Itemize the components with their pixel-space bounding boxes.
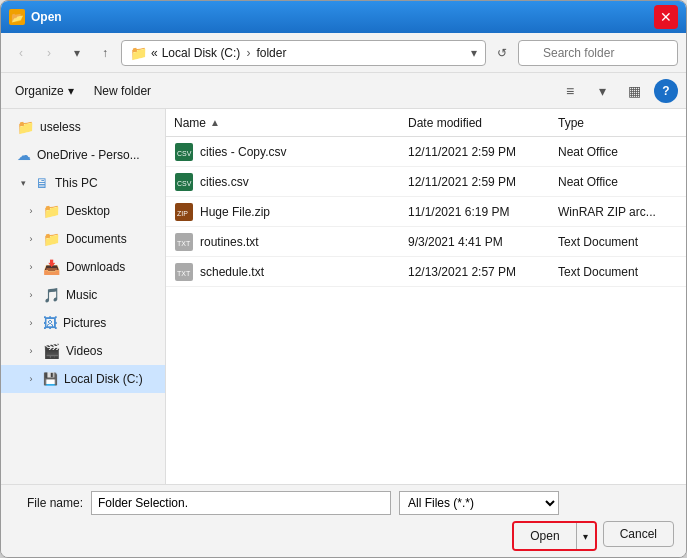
file-type-txt1: Text Document <box>558 235 678 249</box>
cancel-button[interactable]: Cancel <box>603 521 674 547</box>
path-part-1: « <box>151 46 158 60</box>
filename-input[interactable] <box>91 491 391 515</box>
file-date-txt1: 9/3/2021 4:41 PM <box>408 235 558 249</box>
sidebar-item-onedrive[interactable]: ☁ OneDrive - Perso... <box>1 141 165 169</box>
sidebar-label-pictures: Pictures <box>63 316 106 330</box>
new-folder-button[interactable]: New folder <box>88 79 157 103</box>
localdisk-drive-icon: 💾 <box>43 372 58 386</box>
file-type-csv2: Neat Office <box>558 175 678 189</box>
action-row: Open ▾ Cancel <box>13 521 674 551</box>
table-row[interactable]: CSV cities - Copy.csv 12/11/2021 2:59 PM… <box>166 137 686 167</box>
search-input[interactable] <box>518 40 678 66</box>
sidebar-item-useless[interactable]: 📁 useless <box>1 113 165 141</box>
sidebar-item-videos[interactable]: › 🎬 Videos <box>1 337 165 365</box>
organize-label: Organize <box>15 84 64 98</box>
sort-arrow: ▲ <box>210 117 220 128</box>
file-name-txt2: schedule.txt <box>200 265 408 279</box>
expand-thispc-icon: ▾ <box>17 177 29 189</box>
forward-button[interactable]: › <box>37 41 61 65</box>
desktop-folder-icon: 📁 <box>43 203 60 219</box>
file-list: Name ▲ Date modified Type CSV cities - C… <box>166 109 686 484</box>
path-folder-icon: 📁 <box>130 45 147 61</box>
sidebar-item-music[interactable]: › 🎵 Music <box>1 281 165 309</box>
sidebar-item-thispc[interactable]: ▾ 🖥 This PC <box>1 169 165 197</box>
refresh-button[interactable]: ↺ <box>490 41 514 65</box>
up-button[interactable]: ↑ <box>93 41 117 65</box>
sidebar-item-documents[interactable]: › 📁 Documents <box>1 225 165 253</box>
table-row[interactable]: TXT routines.txt 9/3/2021 4:41 PM Text D… <box>166 227 686 257</box>
file-date-csv1: 12/11/2021 2:59 PM <box>408 145 558 159</box>
music-folder-icon: 🎵 <box>43 287 60 303</box>
expand-downloads-icon: › <box>25 261 37 273</box>
file-list-header: Name ▲ Date modified Type <box>166 109 686 137</box>
sidebar-label-localdisk: Local Disk (C:) <box>64 372 143 386</box>
file-date-txt2: 12/13/2021 2:57 PM <box>408 265 558 279</box>
file-icon-txt1: TXT <box>174 232 194 252</box>
open-button[interactable]: Open <box>514 523 576 549</box>
svg-text:CSV: CSV <box>177 180 192 187</box>
column-date[interactable]: Date modified <box>408 116 558 130</box>
open-dialog: 📂 Open ✕ ‹ › ▾ ↑ 📁 « cities - Copy.csv L… <box>0 0 687 558</box>
sidebar-item-desktop[interactable]: › 📁 Desktop <box>1 197 165 225</box>
sidebar-label-desktop: Desktop <box>66 204 110 218</box>
view-list-button[interactable]: ≡ <box>558 79 582 103</box>
file-type-txt2: Text Document <box>558 265 678 279</box>
address-path[interactable]: 📁 « cities - Copy.csv Local Disk (C:) › … <box>121 40 486 66</box>
cloud-icon: ☁ <box>17 147 31 163</box>
file-icon-csv1: CSV <box>174 142 194 162</box>
table-row[interactable]: ZIP Huge File.zip 11/1/2021 6:19 PM WinR… <box>166 197 686 227</box>
sidebar-item-downloads[interactable]: › 📥 Downloads <box>1 253 165 281</box>
open-dropdown-button[interactable]: ▾ <box>577 523 595 549</box>
toolbar: Organize ▾ New folder ≡ ▾ ▦ ? <box>1 73 686 109</box>
bottom-bar: File name: All Files (*.*) Open ▾ Cancel <box>1 484 686 557</box>
recent-button[interactable]: ▾ <box>65 41 89 65</box>
sidebar-item-pictures[interactable]: › 🖼 Pictures <box>1 309 165 337</box>
expand-documents-icon: › <box>25 233 37 245</box>
svg-text:ZIP: ZIP <box>177 210 188 217</box>
file-name-zip: Huge File.zip <box>200 205 408 219</box>
sidebar-label-documents: Documents <box>66 232 127 246</box>
svg-text:CSV: CSV <box>177 150 192 157</box>
documents-folder-icon: 📁 <box>43 231 60 247</box>
expand-desktop-icon: › <box>25 205 37 217</box>
folder-icon: 📁 <box>17 119 34 135</box>
column-type[interactable]: Type <box>558 116 678 130</box>
table-row[interactable]: CSV cities.csv 12/11/2021 2:59 PM Neat O… <box>166 167 686 197</box>
organize-button[interactable]: Organize ▾ <box>9 79 80 103</box>
table-row[interactable]: TXT schedule.txt 12/13/2021 2:57 PM Text… <box>166 257 686 287</box>
title-bar: 📂 Open ✕ <box>1 1 686 33</box>
file-date-zip: 11/1/2021 6:19 PM <box>408 205 558 219</box>
view-dropdown-button[interactable]: ▾ <box>590 79 614 103</box>
sidebar-label-onedrive: OneDrive - Perso... <box>37 148 140 162</box>
filetype-select[interactable]: All Files (*.*) <box>399 491 559 515</box>
expand-music-icon: › <box>25 289 37 301</box>
new-folder-label: New folder <box>94 84 151 98</box>
filename-row: File name: All Files (*.*) <box>13 491 674 515</box>
path-dropdown-icon[interactable]: ▾ <box>471 46 477 60</box>
expand-pictures-icon: › <box>25 317 37 329</box>
main-content: 📁 useless ☁ OneDrive - Perso... ▾ 🖥 This… <box>1 109 686 484</box>
svg-text:TXT: TXT <box>177 270 191 277</box>
help-button[interactable]: ? <box>654 79 678 103</box>
view-layout-button[interactable]: ▦ <box>622 79 646 103</box>
column-name[interactable]: Name ▲ <box>174 116 408 130</box>
file-date-csv2: 12/11/2021 2:59 PM <box>408 175 558 189</box>
path-separator: › <box>246 46 250 60</box>
file-icon-zip: ZIP <box>174 202 194 222</box>
back-button[interactable]: ‹ <box>9 41 33 65</box>
expand-videos-icon: › <box>25 345 37 357</box>
file-icon-txt2: TXT <box>174 262 194 282</box>
downloads-folder-icon: 📥 <box>43 259 60 275</box>
expand-localdisk-icon: › <box>25 373 37 385</box>
search-wrapper: 🔍 <box>518 40 678 66</box>
close-button[interactable]: ✕ <box>654 5 678 29</box>
pc-icon: 🖥 <box>35 175 49 191</box>
file-icon-csv2: CSV <box>174 172 194 192</box>
sidebar-item-localdisk[interactable]: › 💾 Local Disk (C:) <box>1 365 165 393</box>
file-name-csv2: cities.csv <box>200 175 408 189</box>
sidebar-label-downloads: Downloads <box>66 260 125 274</box>
filename-label: File name: <box>13 496 83 510</box>
dialog-title: Open <box>31 10 648 24</box>
path-display: Local Disk (C:) <box>162 46 241 60</box>
sidebar-label-thispc: This PC <box>55 176 98 190</box>
